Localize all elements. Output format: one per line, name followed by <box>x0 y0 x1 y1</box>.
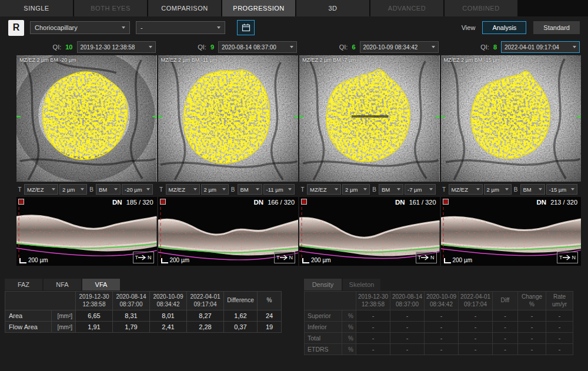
date-select[interactable]: 2022-04-01 09:17:04 <box>501 41 580 53</box>
standard-button[interactable]: Standard <box>533 21 580 34</box>
dn-value: 213 / 320 <box>550 199 577 206</box>
slab-top-offset-select[interactable]: 2 µm <box>59 184 87 195</box>
enface-image[interactable]: MZ/EZ 2 µm BM -7 µm <box>299 55 440 182</box>
scale-bar-icon <box>444 258 451 263</box>
tab-combined[interactable]: COMBINED <box>445 0 517 16</box>
scan-column-1: QI: 10 2019-12-30 12:38:58 <box>16 40 157 266</box>
tab-nfa[interactable]: NFA <box>44 279 81 290</box>
slab-bottom-offset-select[interactable]: -7 µm <box>405 184 436 195</box>
bscan-marker-icon[interactable] <box>18 199 24 205</box>
slab-bottom-offset-select[interactable]: -11 µm <box>263 184 295 195</box>
bscan-image[interactable]: DN166 / 320 200 µm T N <box>158 197 299 266</box>
date-select-value: 2022-04-01 09:17:04 <box>505 44 559 51</box>
enface-image[interactable]: MZ/EZ 2 µm BM -15 µm <box>441 55 582 182</box>
vfa-tabs: FAZ NFA VFA <box>5 279 282 290</box>
date-select[interactable]: 2020-10-09 08:34:42 <box>360 41 439 53</box>
slab-info-label: MZ/EZ 2 µm BM -15 µm <box>444 57 500 63</box>
chevron-down-icon <box>335 188 338 190</box>
analysis-button[interactable]: Analysis <box>482 21 526 34</box>
cell: - <box>493 322 518 333</box>
bscan-marker-icon[interactable] <box>160 199 166 205</box>
chevron-down-icon <box>81 188 84 190</box>
chevron-down-icon <box>222 188 226 190</box>
slab-controls: T MZ/EZ 2 µm B BM -7 µm <box>299 183 440 196</box>
cell: 1,91 <box>76 322 113 333</box>
chevron-down-icon <box>363 188 367 190</box>
date-select-value: 2020-10-09 08:34:42 <box>363 44 418 51</box>
slab-top-select[interactable]: MZ/EZ <box>307 184 341 195</box>
bscan-marker-icon[interactable] <box>301 199 307 205</box>
slab-bottom-offset-select[interactable]: -20 µm <box>122 184 153 195</box>
bscan-marker-icon[interactable] <box>443 199 449 205</box>
scan-column-2: QI: 9 2020-08-14 08:37:00 MZ <box>158 40 299 266</box>
layer-select-value: Choriocapillary <box>35 24 78 31</box>
bottom-label: B <box>513 186 519 193</box>
dn-counter: DN166 / 320 <box>254 199 295 206</box>
tab-progression[interactable]: PROGRESSION <box>222 0 295 16</box>
slab-bottom-value: BM <box>240 186 249 193</box>
chevron-down-icon <box>288 188 292 190</box>
slab-top-offset-select[interactable]: 2 µm <box>484 184 512 195</box>
row-unit: % <box>342 322 356 333</box>
tab-density[interactable]: Density <box>304 279 342 290</box>
qi-row: QI: 10 2019-12-30 12:38:58 <box>16 40 157 54</box>
qi-value: 9 <box>211 44 214 51</box>
scale-bar: 200 µm <box>19 257 48 263</box>
slab-top-select[interactable]: MZ/EZ <box>166 184 200 195</box>
layer-select[interactable]: Choriocapillary <box>30 21 130 34</box>
date-select[interactable]: 2019-12-30 12:38:58 <box>77 41 156 53</box>
tab-vfa[interactable]: VFA <box>82 279 120 290</box>
tab-single[interactable]: SINGLE <box>0 0 73 16</box>
tab-advanced[interactable]: ADVANCED <box>370 0 443 16</box>
slab-bottom-offset-select[interactable]: -15 µm <box>546 184 577 195</box>
cell: - <box>425 344 459 355</box>
slab-bottom-select[interactable]: BM <box>520 184 545 195</box>
tab-faz[interactable]: FAZ <box>5 279 42 290</box>
slab-top-select[interactable]: MZ/EZ <box>449 184 483 195</box>
enface-scan-svg <box>299 55 440 182</box>
tab-skeleton[interactable]: Skeleton <box>343 279 380 290</box>
tab-3d[interactable]: 3D <box>296 0 369 16</box>
cell: - <box>518 344 546 355</box>
slab-bottom-value: BM <box>382 186 390 193</box>
slab-top-offset-select[interactable]: 2 µm <box>342 184 370 195</box>
slab-bottom-select[interactable]: BM <box>238 184 262 195</box>
slab-bottom-select[interactable]: BM <box>379 184 403 195</box>
arrow-right-icon <box>421 252 430 263</box>
density-corner-cell <box>305 292 356 310</box>
vfa-header-date: 2020-08-14 08:37:00 <box>113 292 150 310</box>
cell: - <box>459 310 493 322</box>
cell: - <box>356 310 390 322</box>
cell: - <box>546 344 573 355</box>
bscan-image[interactable]: DN185 / 320 200 µm T N <box>16 197 157 266</box>
cell: - <box>390 333 425 344</box>
dn-value: 161 / 320 <box>409 199 436 206</box>
tab-comparison[interactable]: COMPARISON <box>148 0 221 16</box>
bscan-image[interactable]: DN161 / 320 200 µm T N <box>299 197 440 266</box>
qi-label: QI: <box>53 44 62 51</box>
chevron-down-icon <box>256 188 259 190</box>
date-select-value: 2019-12-30 12:38:58 <box>81 44 135 51</box>
enface-image[interactable]: MZ/EZ 2 µm BM -20 µm <box>16 55 157 182</box>
slab-top-offset-select[interactable]: 2 µm <box>201 184 229 195</box>
preset-select[interactable]: - <box>136 21 225 34</box>
scale-bar-icon <box>19 258 26 263</box>
cell: 1,79 <box>113 322 150 333</box>
tab-both-eyes[interactable]: BOTH EYES <box>74 0 147 16</box>
slab-controls: T MZ/EZ 2 µm B BM -20 µm <box>16 183 157 196</box>
row-label: Area <box>5 310 52 322</box>
cell: - <box>425 322 459 333</box>
calendar-button[interactable] <box>237 20 255 35</box>
row-unit: [mm²] <box>52 310 76 322</box>
date-select[interactable]: 2020-08-14 08:37:00 <box>218 41 297 53</box>
enface-image[interactable]: MZ/EZ 2 µm BM -11 µm <box>158 55 299 182</box>
slab-bottom-select[interactable]: BM <box>96 184 121 195</box>
slab-top-select[interactable]: MZ/EZ <box>24 184 58 195</box>
cell: 2,41 <box>150 322 187 333</box>
bscan-image[interactable]: DN213 / 320 200 µm T N <box>441 197 582 266</box>
dn-label: DN <box>112 199 122 206</box>
scale-bar: 200 µm <box>444 257 473 263</box>
slab-bottom-value: BM <box>99 186 107 193</box>
density-header-date: 2019-12-30 12:38:58 <box>356 292 390 310</box>
row-unit: % <box>342 344 356 355</box>
